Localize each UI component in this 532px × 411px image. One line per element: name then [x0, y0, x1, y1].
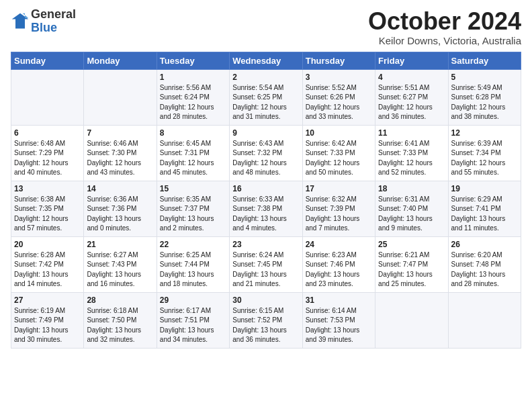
day-info: Sunrise: 6:31 AM Sunset: 7:40 PM Dayligh… [378, 195, 445, 234]
calendar-cell: 29Sunrise: 6:17 AM Sunset: 7:51 PM Dayli… [157, 292, 229, 348]
title-block: October 2024 Keilor Downs, Victoria, Aus… [368, 8, 521, 46]
calendar-table: Sunday Monday Tuesday Wednesday Thursday… [11, 52, 521, 349]
day-number: 25 [378, 240, 445, 249]
day-number: 18 [378, 184, 445, 193]
calendar-cell: 15Sunrise: 6:35 AM Sunset: 7:37 PM Dayli… [157, 181, 229, 236]
day-number: 26 [451, 240, 518, 249]
day-info: Sunrise: 6:33 AM Sunset: 7:38 PM Dayligh… [232, 195, 299, 234]
logo-blue-label: Blue [31, 21, 76, 35]
calendar-cell: 11Sunrise: 6:41 AM Sunset: 7:33 PM Dayli… [375, 125, 448, 181]
day-info: Sunrise: 5:51 AM Sunset: 6:27 PM Dayligh… [378, 83, 445, 122]
day-info: Sunrise: 6:36 AM Sunset: 7:36 PM Dayligh… [87, 195, 153, 234]
calendar-cell: 16Sunrise: 6:33 AM Sunset: 7:38 PM Dayli… [230, 181, 302, 236]
calendar-cell: 3Sunrise: 5:52 AM Sunset: 6:26 PM Daylig… [302, 69, 375, 125]
header-friday: Friday [375, 52, 448, 69]
day-number: 21 [87, 240, 153, 249]
calendar-cell: 17Sunrise: 6:32 AM Sunset: 7:39 PM Dayli… [302, 181, 375, 236]
weekday-row: Sunday Monday Tuesday Wednesday Thursday… [11, 52, 521, 69]
calendar-cell: 1Sunrise: 5:56 AM Sunset: 6:24 PM Daylig… [157, 69, 229, 125]
day-info: Sunrise: 6:42 AM Sunset: 7:33 PM Dayligh… [306, 139, 372, 178]
day-info: Sunrise: 6:24 AM Sunset: 7:45 PM Dayligh… [232, 250, 299, 289]
day-number: 9 [232, 128, 299, 138]
calendar-cell: 18Sunrise: 6:31 AM Sunset: 7:40 PM Dayli… [375, 181, 448, 236]
header-thursday: Thursday [302, 52, 375, 69]
calendar-week-3: 13Sunrise: 6:38 AM Sunset: 7:35 PM Dayli… [11, 181, 521, 236]
day-number: 17 [306, 184, 372, 193]
day-number: 19 [451, 184, 518, 193]
day-number: 28 [87, 295, 153, 305]
day-info: Sunrise: 6:35 AM Sunset: 7:37 PM Dayligh… [160, 195, 226, 234]
logo-text: General Blue [31, 8, 76, 35]
day-number: 8 [160, 128, 226, 138]
day-number: 2 [232, 73, 299, 82]
header-sunday: Sunday [11, 52, 84, 69]
header-saturday: Saturday [448, 52, 521, 69]
day-number: 16 [232, 184, 299, 193]
calendar-cell: 27Sunrise: 6:19 AM Sunset: 7:49 PM Dayli… [11, 292, 84, 348]
day-number: 13 [14, 184, 81, 193]
day-number: 1 [160, 73, 226, 82]
day-number: 4 [378, 73, 445, 82]
calendar-cell: 20Sunrise: 6:28 AM Sunset: 7:42 PM Dayli… [11, 236, 84, 292]
calendar-cell: 13Sunrise: 6:38 AM Sunset: 7:35 PM Dayli… [11, 181, 84, 236]
day-info: Sunrise: 6:17 AM Sunset: 7:51 PM Dayligh… [160, 306, 226, 345]
day-number: 29 [160, 295, 226, 305]
day-number: 30 [232, 295, 299, 305]
calendar-cell [375, 292, 448, 348]
calendar-cell: 6Sunrise: 6:48 AM Sunset: 7:29 PM Daylig… [11, 125, 84, 181]
header: General Blue October 2024 Keilor Downs, … [11, 8, 521, 46]
page: General Blue October 2024 Keilor Downs, … [0, 0, 532, 355]
location: Keilor Downs, Victoria, Australia [368, 35, 521, 46]
calendar-cell: 30Sunrise: 6:15 AM Sunset: 7:52 PM Dayli… [230, 292, 302, 348]
day-number: 27 [14, 295, 81, 305]
day-number: 20 [14, 240, 81, 249]
day-number: 12 [451, 128, 518, 138]
day-number: 14 [87, 184, 153, 193]
day-number: 15 [160, 184, 226, 193]
day-number: 22 [160, 240, 226, 249]
day-number: 7 [87, 128, 153, 138]
calendar-header: Sunday Monday Tuesday Wednesday Thursday… [11, 52, 521, 69]
calendar-cell [11, 69, 84, 125]
calendar-week-5: 27Sunrise: 6:19 AM Sunset: 7:49 PM Dayli… [11, 292, 521, 348]
calendar-cell: 25Sunrise: 6:21 AM Sunset: 7:47 PM Dayli… [375, 236, 448, 292]
day-info: Sunrise: 6:15 AM Sunset: 7:52 PM Dayligh… [232, 306, 299, 345]
logo: General Blue [11, 8, 76, 35]
calendar-cell [84, 69, 157, 125]
calendar-cell: 10Sunrise: 6:42 AM Sunset: 7:33 PM Dayli… [302, 125, 375, 181]
day-info: Sunrise: 6:14 AM Sunset: 7:53 PM Dayligh… [306, 306, 372, 345]
day-info: Sunrise: 6:20 AM Sunset: 7:48 PM Dayligh… [451, 250, 518, 289]
day-number: 23 [232, 240, 299, 249]
day-info: Sunrise: 6:27 AM Sunset: 7:43 PM Dayligh… [87, 250, 153, 289]
day-info: Sunrise: 6:21 AM Sunset: 7:47 PM Dayligh… [378, 250, 445, 289]
calendar-cell: 28Sunrise: 6:18 AM Sunset: 7:50 PM Dayli… [84, 292, 157, 348]
calendar-body: 1Sunrise: 5:56 AM Sunset: 6:24 PM Daylig… [11, 69, 521, 348]
calendar-cell: 22Sunrise: 6:25 AM Sunset: 7:44 PM Dayli… [157, 236, 229, 292]
header-tuesday: Tuesday [157, 52, 229, 69]
day-info: Sunrise: 6:41 AM Sunset: 7:33 PM Dayligh… [378, 139, 445, 178]
logo-general-label: General [31, 8, 76, 21]
day-info: Sunrise: 6:39 AM Sunset: 7:34 PM Dayligh… [451, 139, 518, 178]
day-info: Sunrise: 6:18 AM Sunset: 7:50 PM Dayligh… [87, 306, 153, 345]
calendar-cell: 2Sunrise: 5:54 AM Sunset: 6:25 PM Daylig… [230, 69, 302, 125]
day-info: Sunrise: 6:28 AM Sunset: 7:42 PM Dayligh… [14, 250, 81, 289]
day-info: Sunrise: 6:25 AM Sunset: 7:44 PM Dayligh… [160, 250, 226, 289]
day-number: 10 [306, 128, 372, 138]
day-number: 11 [378, 128, 445, 138]
calendar-cell: 4Sunrise: 5:51 AM Sunset: 6:27 PM Daylig… [375, 69, 448, 125]
calendar-cell: 7Sunrise: 6:46 AM Sunset: 7:30 PM Daylig… [84, 125, 157, 181]
day-number: 3 [306, 73, 372, 82]
day-info: Sunrise: 6:23 AM Sunset: 7:46 PM Dayligh… [306, 250, 372, 289]
calendar-cell: 14Sunrise: 6:36 AM Sunset: 7:36 PM Dayli… [84, 181, 157, 236]
logo-icon [11, 12, 30, 31]
day-info: Sunrise: 6:48 AM Sunset: 7:29 PM Dayligh… [14, 139, 81, 178]
day-number: 5 [451, 73, 518, 82]
calendar-cell [448, 292, 521, 348]
day-info: Sunrise: 5:49 AM Sunset: 6:28 PM Dayligh… [451, 83, 518, 122]
day-info: Sunrise: 6:45 AM Sunset: 7:31 PM Dayligh… [160, 139, 226, 178]
day-number: 24 [306, 240, 372, 249]
calendar-week-2: 6Sunrise: 6:48 AM Sunset: 7:29 PM Daylig… [11, 125, 521, 181]
day-info: Sunrise: 6:38 AM Sunset: 7:35 PM Dayligh… [14, 195, 81, 234]
calendar-week-4: 20Sunrise: 6:28 AM Sunset: 7:42 PM Dayli… [11, 236, 521, 292]
month-title: October 2024 [368, 8, 521, 35]
